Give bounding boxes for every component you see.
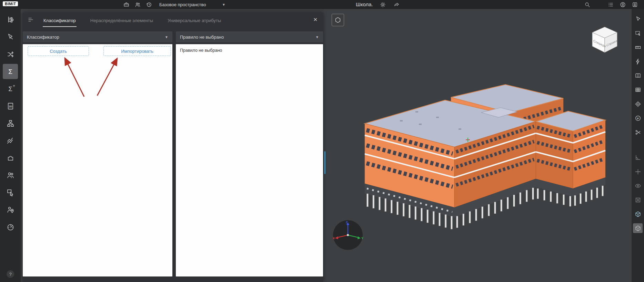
region-select-icon[interactable]	[633, 28, 643, 38]
drawings-2d-icon[interactable]: 2D	[3, 98, 18, 114]
annotation-arrows	[23, 44, 172, 276]
axis-y-label: Y	[361, 236, 363, 240]
plugins-icon[interactable]	[3, 150, 18, 165]
panel-menu-icon[interactable]	[28, 17, 34, 23]
history-icon[interactable]	[145, 1, 152, 8]
classifier-content-area: Создать Импортировать	[23, 44, 172, 276]
quick-actions-icon[interactable]	[633, 57, 643, 66]
tab-classifier[interactable]: Классификатор	[43, 14, 77, 27]
workspace-label: Базовое пространство	[159, 2, 206, 7]
axis-x-label: X	[333, 236, 335, 240]
create-classifier-button[interactable]: Создать	[28, 46, 89, 56]
rule-column: Правило не выбрано ▼ Правило не выбрано	[176, 31, 323, 276]
visibility-icon[interactable]	[633, 181, 643, 191]
parking-icon[interactable]: P	[633, 113, 643, 123]
fit-view-button[interactable]	[332, 14, 344, 26]
grid-icon[interactable]	[633, 85, 643, 95]
collaboration-icon[interactable]	[3, 167, 18, 183]
navigation-cube[interactable]: Спереди Справа	[590, 25, 620, 54]
axis-z-label: Z	[346, 221, 348, 224]
select-cursor-icon[interactable]	[633, 14, 643, 24]
relations-icon[interactable]	[3, 47, 18, 62]
rule-select-value: Правило не выбрано	[180, 35, 224, 40]
classifier-select[interactable]: Классификатор ▼	[23, 31, 172, 42]
topbar-left-icons	[123, 1, 152, 8]
panel-tabs: Классификатор Нераспределённые элементы …	[43, 14, 222, 27]
chevron-down-icon: ▼	[315, 35, 319, 39]
viewport-toolbar: P	[632, 9, 644, 282]
classifier-column: Классификатор ▼ Создать Импортировать	[23, 31, 172, 276]
rule-select[interactable]: Правило не выбрано ▼	[176, 31, 323, 42]
select-pointer-icon[interactable]	[3, 29, 18, 45]
measure-icon[interactable]	[633, 42, 643, 52]
hexagon-icon	[334, 16, 342, 24]
svg-text:2D: 2D	[9, 105, 12, 108]
structure-org-icon[interactable]	[3, 116, 18, 131]
model-tree-icon[interactable]	[3, 12, 18, 27]
svg-text:P: P	[637, 117, 638, 120]
share-icon[interactable]	[393, 1, 400, 8]
workspace-dropdown[interactable]: Базовое пространство ▼	[159, 0, 225, 9]
protractor-icon[interactable]	[633, 153, 643, 162]
analytics-icon[interactable]	[3, 133, 18, 148]
chevron-down-icon: ▼	[222, 3, 225, 7]
app-logo: BIMiT	[3, 1, 18, 6]
tab-universal-attributes[interactable]: Универсальные атрибуты	[167, 14, 222, 27]
issues-icon[interactable]	[3, 185, 18, 200]
section-cut-icon[interactable]	[633, 127, 643, 137]
dashboard-gauge-icon[interactable]	[3, 219, 18, 234]
personnel-location-icon[interactable]	[3, 202, 18, 217]
menu-list-icon[interactable]	[607, 1, 614, 8]
classifier-sigma-icon[interactable]: Σ	[3, 64, 18, 79]
panel-splitter-handle[interactable]	[324, 151, 325, 174]
left-sidebar: Σ Σ + 2D ?	[0, 9, 21, 282]
transparent-cube-icon[interactable]	[633, 223, 643, 233]
classifier-select-value: Классификатор	[27, 35, 59, 40]
close-icon[interactable]: ✕	[313, 17, 318, 23]
rule-content-area: Правило не выбрано	[176, 44, 323, 276]
building-model-3d[interactable]	[345, 79, 607, 259]
locate-icon[interactable]	[633, 99, 643, 109]
briefcase-icon[interactable]	[123, 1, 130, 8]
search-icon[interactable]	[584, 1, 591, 8]
project-title: Школа.	[356, 1, 373, 7]
panel-header: Классификатор Нераспределённые элементы …	[23, 12, 323, 27]
settings-gear-icon[interactable]	[379, 1, 386, 8]
classifier-panel: Классификатор Нераспределённые элементы …	[23, 12, 323, 282]
help-button[interactable]: ?	[7, 270, 14, 278]
isolate-cube-icon[interactable]	[633, 209, 643, 219]
user-icon[interactable]	[631, 1, 638, 8]
tab-unassigned-elements[interactable]: Нераспределённые элементы	[90, 14, 154, 27]
account-icon[interactable]	[619, 1, 626, 8]
rule-empty-text: Правило не выбрано	[176, 44, 323, 57]
hide-box-icon[interactable]	[633, 195, 643, 205]
topbar: BIMiT Базовое пространство ▼ Школа.	[0, 0, 644, 9]
import-classifier-button[interactable]: Импортировать	[103, 46, 171, 56]
crosshair-icon[interactable]	[633, 167, 643, 176]
team-icon[interactable]	[134, 1, 141, 8]
axis-gizmo[interactable]: Z X Y	[332, 219, 364, 251]
layers-icon[interactable]	[633, 71, 643, 80]
chevron-down-icon: ▼	[165, 35, 168, 39]
classifier-add-sigma-icon[interactable]: Σ +	[3, 81, 18, 96]
